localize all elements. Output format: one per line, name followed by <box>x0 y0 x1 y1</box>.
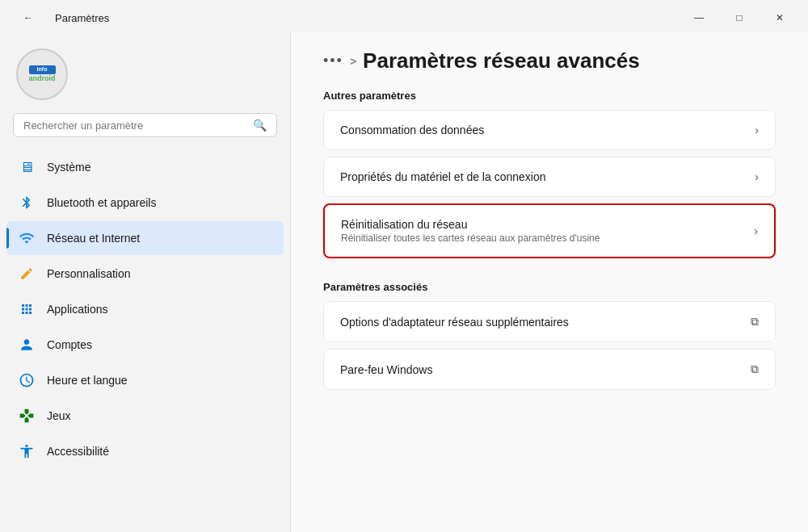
app-container: info android 🔍 🖥 Système Bluetooth et <box>0 32 808 532</box>
sidebar-label-accessibilite: Accessibilité <box>47 445 109 458</box>
card-label-group-reinitialisation: Réinitialisation du réseau Réinitialiser… <box>341 218 600 244</box>
close-button[interactable]: ✕ <box>761 6 798 30</box>
sidebar-item-applications[interactable]: Applications <box>6 292 284 326</box>
search-icon: 🔍 <box>253 119 267 132</box>
chevron-icon-proprietes: › <box>755 170 759 183</box>
card-options-adaptateur[interactable]: Options d'adaptateur réseau supplémentai… <box>323 301 776 342</box>
card-label-pare-feu: Pare-feu Windows <box>340 363 432 376</box>
network-icon <box>18 229 36 247</box>
sidebar-item-comptes[interactable]: Comptes <box>6 328 284 362</box>
card-label-group-proprietes: Propriétés du matériel et de la connexio… <box>340 170 545 183</box>
section-group-associes: Options d'adaptateur réseau supplémentai… <box>323 301 776 393</box>
card-label-reinitialisation: Réinitialisation du réseau <box>341 218 600 231</box>
external-link-icon-pare-feu: ⧉ <box>751 362 759 376</box>
title-bar: ← Paramètres — □ ✕ <box>0 0 808 32</box>
card-label-consommation: Consommation des données <box>340 124 484 136</box>
sidebar-item-jeux[interactable]: Jeux <box>6 399 284 433</box>
sidebar-item-systeme[interactable]: 🖥 Système <box>6 150 284 184</box>
card-reinitialisation[interactable]: Réinitialisation du réseau Réinitialiser… <box>323 203 776 258</box>
bluetooth-icon <box>18 194 36 212</box>
sidebar-label-heure: Heure et langue <box>47 374 128 387</box>
section-parametres-associes: Paramètres associés Options d'adaptateur… <box>323 281 776 393</box>
sidebar-label-applications: Applications <box>47 303 108 316</box>
avatar-logo: info android <box>29 65 56 82</box>
sidebar-nav: 🖥 Système Bluetooth et appareils Réseau <box>0 147 290 471</box>
card-label-group-consommation: Consommation des données <box>340 124 484 136</box>
time-icon <box>18 371 36 389</box>
card-label-group-options-adaptateur: Options d'adaptateur réseau supplémentai… <box>340 316 569 329</box>
search-input[interactable] <box>23 119 246 132</box>
minimize-button[interactable]: — <box>680 6 718 30</box>
accounts-icon <box>18 336 36 354</box>
sidebar-label-reseau: Réseau et Internet <box>47 232 140 245</box>
maximize-button[interactable]: □ <box>721 6 758 30</box>
search-box[interactable]: 🔍 <box>13 113 277 137</box>
personalization-icon <box>18 265 36 283</box>
section-group-autres: Consommation des données › Propriétés du… <box>323 110 776 262</box>
window-controls: — □ ✕ <box>680 6 798 30</box>
sidebar-item-accessibilite[interactable]: Accessibilité <box>6 434 284 468</box>
app-title: Paramètres <box>55 12 109 24</box>
card-proprietes[interactable]: Propriétés du matériel et de la connexio… <box>323 157 776 197</box>
section-autres-parametres: Autres paramètres Consommation des donné… <box>323 90 776 262</box>
sidebar-item-bluetooth[interactable]: Bluetooth et appareils <box>6 186 284 220</box>
sidebar-item-heure[interactable]: Heure et langue <box>6 363 284 397</box>
external-link-icon-adaptateur: ⧉ <box>751 315 759 329</box>
monitor-icon: 🖥 <box>18 158 36 176</box>
card-row-consommation: Consommation des données › <box>324 111 775 149</box>
breadcrumb-chevron-icon: > <box>350 55 356 68</box>
card-pare-feu[interactable]: Pare-feu Windows ⧉ <box>323 349 776 390</box>
user-avatar-section: info android <box>0 32 290 113</box>
page-title: Paramètres réseau avancés <box>363 48 640 73</box>
sidebar-label-personnalisation: Personnalisation <box>47 267 131 280</box>
sidebar-label-bluetooth: Bluetooth et appareils <box>47 196 156 209</box>
chevron-icon-consommation: › <box>755 124 759 136</box>
chevron-icon-reinitialisation: › <box>754 224 758 237</box>
avatar[interactable]: info android <box>16 48 68 100</box>
sidebar-item-reseau[interactable]: Réseau et Internet <box>6 221 284 255</box>
section-header-autres: Autres paramètres <box>323 90 776 102</box>
sidebar-label-jeux: Jeux <box>47 409 71 422</box>
card-row-reinitialisation: Réinitialisation du réseau Réinitialiser… <box>325 205 774 257</box>
apps-icon <box>18 300 36 318</box>
sidebar-label-comptes: Comptes <box>47 338 92 351</box>
back-button[interactable]: ← <box>10 6 47 30</box>
main-content: ••• > Paramètres réseau avancés Autres p… <box>291 32 808 532</box>
card-sublabel-reinitialisation: Réinitialiser toutes les cartes réseau a… <box>341 232 600 244</box>
section-header-associes: Paramètres associés <box>323 281 776 293</box>
title-bar-left: ← Paramètres <box>10 6 109 30</box>
accessibility-icon <box>18 442 36 460</box>
card-row-proprietes: Propriétés du matériel et de la connexio… <box>324 157 775 196</box>
card-row-options-adaptateur: Options d'adaptateur réseau supplémentai… <box>324 302 775 341</box>
sidebar-item-personnalisation[interactable]: Personnalisation <box>6 257 284 291</box>
sidebar: info android 🔍 🖥 Système Bluetooth et <box>0 32 291 532</box>
card-label-options-adaptateur: Options d'adaptateur réseau supplémentai… <box>340 316 569 329</box>
card-label-proprietes: Propriétés du matériel et de la connexio… <box>340 170 545 183</box>
card-consommation[interactable]: Consommation des données › <box>323 110 776 150</box>
breadcrumb: ••• > Paramètres réseau avancés <box>323 48 776 73</box>
sidebar-label-systeme: Système <box>47 161 90 174</box>
breadcrumb-dots: ••• <box>323 52 343 69</box>
card-row-pare-feu: Pare-feu Windows ⧉ <box>324 350 775 389</box>
gaming-icon <box>18 407 36 425</box>
card-label-group-pare-feu: Pare-feu Windows <box>340 363 432 376</box>
